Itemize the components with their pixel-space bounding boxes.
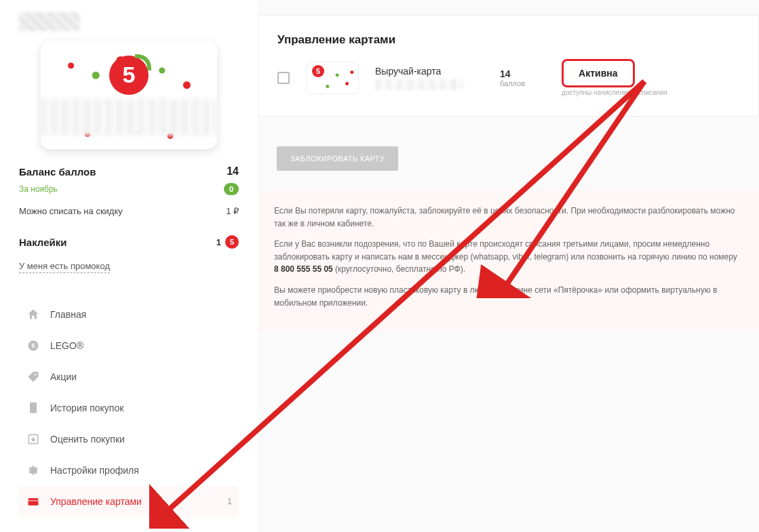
balance-month-badge: 0: [224, 183, 239, 195]
svg-text:5: 5: [31, 342, 35, 349]
card-points-block: 14 баллов: [500, 68, 525, 87]
block-card-button[interactable]: ЗАБЛОКИРОВАТЬ КАРТУ: [277, 146, 398, 171]
card-row: Выручай-карта 14 баллов Активна доступны…: [277, 59, 739, 96]
info-p2: Если у Вас возникли подозрения, что по В…: [274, 238, 743, 276]
card-status-block: Активна доступны начисления и списания: [562, 59, 667, 96]
nav-promo[interactable]: Акции: [19, 361, 239, 392]
nav-cards[interactable]: Управление картами 1: [19, 486, 239, 517]
nav-label: Оценить покупки: [50, 434, 125, 445]
sidebar: Баланс баллов 14 За ноябрь 0 Можно списа…: [0, 0, 258, 532]
info-p3: Вы можете приобрести новую пластиковую к…: [274, 284, 743, 309]
gear-icon: [26, 463, 41, 478]
discount-label: Можно списать на скидку: [19, 206, 123, 216]
nav-history[interactable]: История покупок: [19, 392, 239, 424]
card-name: Выручай-карта: [375, 66, 484, 77]
balance-value: 14: [227, 165, 239, 178]
nav-lego[interactable]: 5 LEGO®: [19, 330, 239, 361]
card-points: 14: [500, 68, 525, 79]
svg-rect-4: [28, 498, 39, 506]
svg-point-2: [35, 373, 37, 375]
nav-settings[interactable]: Настройки профиля: [19, 455, 239, 486]
balance-month-label: За ноябрь: [19, 184, 58, 194]
balance-label: Баланс баллов: [19, 166, 96, 178]
promo-code-link[interactable]: У меня есть промокод: [19, 261, 110, 273]
nav-label: Акции: [50, 371, 77, 382]
discount-value: 1 ₽: [226, 206, 239, 216]
loyalty-card-image: [41, 41, 217, 149]
main-content: Управление картами Выручай-карта 14 балл…: [258, 0, 759, 532]
stickers-label: Наклейки: [19, 237, 67, 248]
nav-label: Главная: [50, 309, 86, 320]
stickers-count: 1: [216, 237, 221, 247]
card-icon: [26, 494, 41, 509]
receipt-icon: [26, 401, 41, 415]
nav-label: LEGO®: [50, 340, 83, 351]
nav-label: Настройки профиля: [50, 465, 139, 476]
star-icon: [26, 432, 41, 447]
tag-icon: [26, 369, 41, 384]
logo: [19, 12, 80, 31]
card-number-blurred: [375, 79, 463, 90]
card-name-block: Выручай-карта: [375, 66, 484, 90]
nav-label: История покупок: [50, 403, 123, 413]
lego-icon: 5: [26, 338, 41, 353]
card-thumbnail: [306, 62, 359, 94]
nav-label: Управление картами: [50, 496, 142, 507]
card-status-sub: доступны начисления и списания: [562, 89, 667, 96]
sidebar-nav: Главная 5 LEGO® Акции История покупок Оц…: [19, 299, 239, 517]
info-p1: Если Вы потеряли карту, пожалуйста, забл…: [274, 205, 743, 230]
svg-rect-5: [28, 500, 39, 502]
card-checkbox[interactable]: [277, 72, 290, 84]
nav-rate[interactable]: Оценить покупки: [19, 424, 239, 455]
pyaterochka-logo-icon: [109, 56, 149, 95]
info-box: Если Вы потеряли карту, пожалуйста, забл…: [258, 190, 759, 332]
panel-title: Управление картами: [277, 33, 739, 47]
cards-panel: Управление картами Выручай-карта 14 балл…: [258, 15, 759, 117]
nav-count: 1: [227, 497, 232, 506]
nav-home[interactable]: Главная: [19, 299, 239, 330]
card-points-label: баллов: [500, 79, 525, 87]
home-icon: [26, 307, 41, 322]
card-status: Активна: [562, 59, 634, 87]
sticker-icon: 5: [225, 235, 239, 249]
